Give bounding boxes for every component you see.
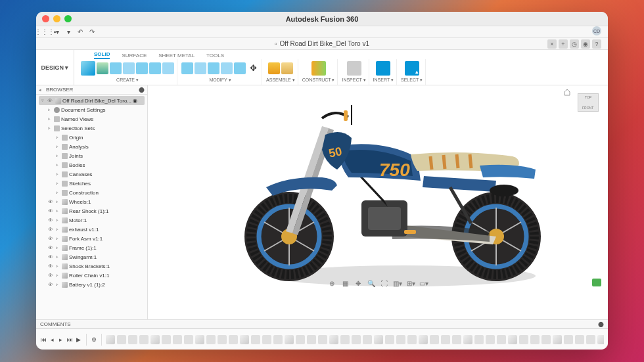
tree-item[interactable]: ▹Document Settings xyxy=(36,105,147,114)
timeline-feature[interactable] xyxy=(106,335,115,344)
new-sketch-icon[interactable] xyxy=(81,61,95,76)
timeline-start-icon[interactable]: ⏮ xyxy=(40,336,47,344)
revolve-icon[interactable] xyxy=(123,62,135,74)
timeline-feature[interactable] xyxy=(262,335,271,344)
fillet-icon[interactable] xyxy=(195,62,206,74)
display-settings-icon[interactable]: ▥▾ xyxy=(393,279,402,288)
timeline-feature[interactable] xyxy=(340,335,350,344)
timeline-feature[interactable] xyxy=(162,335,171,344)
timeline-feature[interactable] xyxy=(564,335,573,344)
expand-icon[interactable]: ⬤ xyxy=(598,321,604,327)
browser-header[interactable]: ◂ BROWSER ⬤ xyxy=(36,85,147,95)
press-pull-icon[interactable] xyxy=(181,62,193,74)
timeline-feature[interactable] xyxy=(251,335,260,344)
timeline-feature[interactable] xyxy=(441,335,450,344)
timeline-end-icon[interactable]: ⏭ xyxy=(66,336,73,344)
timeline-feature[interactable] xyxy=(385,335,394,344)
timeline-forward-icon[interactable]: ▸ xyxy=(58,336,64,344)
insert-derive-icon[interactable] xyxy=(376,61,390,76)
timeline-feature[interactable] xyxy=(128,335,137,344)
radio-icon[interactable]: ◉ xyxy=(133,98,137,104)
timeline-feature[interactable] xyxy=(273,335,283,344)
tree-item[interactable]: ▹Origin xyxy=(36,133,147,142)
timeline-feature[interactable] xyxy=(419,335,428,344)
help-icon[interactable]: ? xyxy=(592,39,601,49)
timeline-feature[interactable] xyxy=(296,335,305,344)
comments-icon[interactable] xyxy=(592,279,601,286)
timeline-feature[interactable] xyxy=(452,335,461,344)
draft-icon[interactable] xyxy=(221,62,233,74)
timeline-feature[interactable] xyxy=(150,335,160,344)
as-built-joint-icon[interactable] xyxy=(281,62,293,74)
ribbon-group-label[interactable]: CREATE ▾ xyxy=(116,78,139,83)
timeline-play-icon[interactable]: ▶ xyxy=(75,336,81,344)
timeline-feature[interactable] xyxy=(541,335,551,344)
move-icon[interactable]: ✥ xyxy=(247,62,259,74)
extrude-icon[interactable] xyxy=(110,62,122,74)
tree-component[interactable]: 👁▹exhaust v1:1 xyxy=(36,225,147,234)
timeline-settings-icon[interactable]: ⚙ xyxy=(91,336,97,344)
timeline-feature[interactable] xyxy=(195,335,204,344)
ribbon-group-label[interactable]: INSERT ▾ xyxy=(373,78,394,83)
tree-item[interactable]: ▹Named Views xyxy=(36,114,147,124)
timeline-feature[interactable] xyxy=(229,335,238,344)
grid-icon[interactable]: ⋮⋮⋮ xyxy=(40,28,49,37)
tree-item[interactable]: ▹Joints xyxy=(36,151,147,160)
tree-component[interactable]: 👁▹Motor:1 xyxy=(36,215,147,225)
user-avatar[interactable]: CD xyxy=(592,26,601,35)
select-icon[interactable]: ▴ xyxy=(405,61,419,76)
timeline-feature[interactable] xyxy=(586,335,595,344)
timeline-feature[interactable] xyxy=(139,335,149,344)
close-tab-icon[interactable]: × xyxy=(547,39,557,49)
fit-icon[interactable]: ⛶ xyxy=(380,279,389,288)
create-form-icon[interactable] xyxy=(97,62,108,74)
browser-settings-icon[interactable]: ⬤ xyxy=(139,87,145,93)
maximize-window-button[interactable] xyxy=(64,15,72,22)
loft-icon[interactable] xyxy=(149,62,161,74)
tree-component[interactable]: 👁▹Swingarm:1 xyxy=(36,252,147,261)
undo-icon[interactable]: ↶ xyxy=(76,28,85,37)
tree-component[interactable]: 👁▹Frame (1):1 xyxy=(36,243,147,252)
rib-icon[interactable] xyxy=(162,62,174,74)
timeline-back-icon[interactable]: ◂ xyxy=(49,336,55,344)
ribbon-group-label[interactable]: CONSTRUCT ▾ xyxy=(302,78,335,83)
timeline-feature[interactable] xyxy=(407,335,417,344)
timeline-feature[interactable] xyxy=(307,335,316,344)
tree-component[interactable]: 👁▹Roller Chain v1:1 xyxy=(36,271,147,280)
tree-item[interactable]: ▹Analysis xyxy=(36,142,147,151)
tab-tools[interactable]: TOOLS xyxy=(206,53,224,59)
file-menu-icon[interactable]: ▪▾ xyxy=(52,28,61,37)
timeline-feature[interactable] xyxy=(363,335,372,344)
timeline-feature[interactable] xyxy=(553,335,562,344)
document-tab[interactable]: ▫ Off Road Dirt Bike_Del Toro v1 xyxy=(275,40,369,47)
timeline-feature[interactable] xyxy=(206,335,216,344)
tab-sheet-metal[interactable]: SHEET METAL xyxy=(158,53,195,59)
tab-surface[interactable]: SURFACE xyxy=(122,53,147,59)
tree-item[interactable]: ▹Bodies xyxy=(36,160,147,170)
zoom-icon[interactable]: 🔍 xyxy=(367,279,376,288)
tab-solid[interactable]: SOLID xyxy=(94,51,110,59)
redo-icon[interactable]: ↷ xyxy=(87,28,97,37)
tree-component[interactable]: 👁▹Wheels:1 xyxy=(36,197,147,206)
ribbon-group-label[interactable]: SELECT ▾ xyxy=(401,78,423,83)
viewport[interactable]: TOP FRONT xyxy=(148,85,608,319)
tree-item[interactable]: ▹Canvases xyxy=(36,170,147,179)
minimize-window-button[interactable] xyxy=(53,15,60,22)
viewcube[interactable]: TOP FRONT xyxy=(574,91,603,114)
timeline-feature[interactable] xyxy=(486,335,495,344)
timeline-feature[interactable] xyxy=(184,335,193,344)
timeline-feature[interactable] xyxy=(508,335,517,344)
tree-root[interactable]: ▿👁 Off Road Dirt Bike_Del Toro... ◉ xyxy=(39,96,145,105)
combine-icon[interactable] xyxy=(234,62,246,74)
close-window-button[interactable] xyxy=(42,15,49,22)
sweep-icon[interactable] xyxy=(136,62,148,74)
notifications-icon[interactable]: ◷ xyxy=(570,39,579,49)
ribbon-group-label[interactable]: INSPECT ▾ xyxy=(342,78,365,83)
timeline-feature[interactable] xyxy=(352,335,361,344)
timeline-feature[interactable] xyxy=(519,335,528,344)
timeline-feature[interactable] xyxy=(329,335,338,344)
grid-settings-icon[interactable]: ⊞▾ xyxy=(406,279,415,288)
timeline-feature[interactable] xyxy=(430,335,439,344)
timeline-feature[interactable] xyxy=(240,335,249,344)
look-icon[interactable]: ▦ xyxy=(340,279,350,288)
